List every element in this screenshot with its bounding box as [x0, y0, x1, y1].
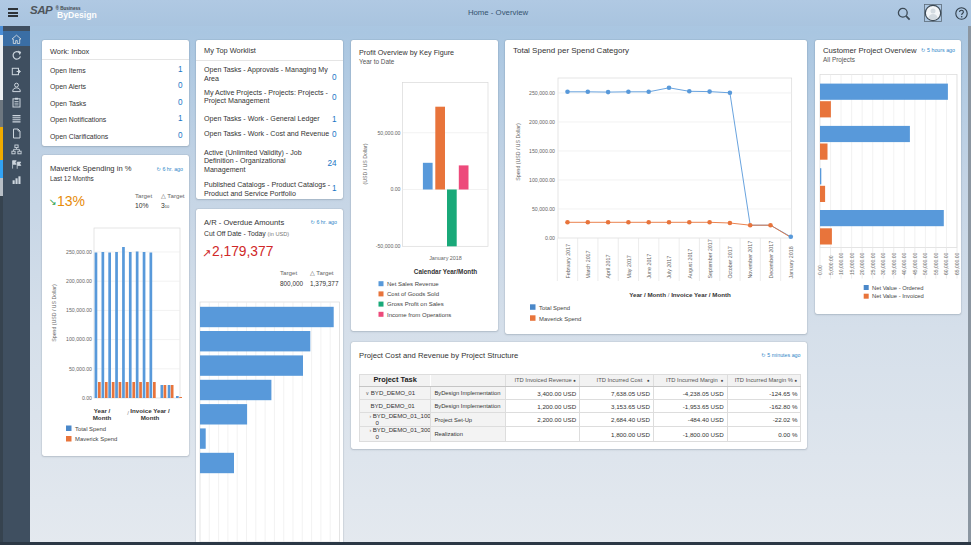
svg-text:Maverick Spend: Maverick Spend — [75, 436, 117, 442]
svg-text:January 2018: January 2018 — [788, 246, 794, 278]
svg-text:-50,000.00: -50,000.00 — [376, 243, 401, 249]
svg-text:30,000.00: 30,000.00 — [880, 253, 886, 275]
svg-text:Month: Month — [93, 414, 112, 421]
svg-text:35,000.00: 35,000.00 — [891, 253, 897, 275]
svg-text:Cost of Goods Sold: Cost of Goods Sold — [387, 291, 439, 297]
svg-text:150,000.00: 150,000.00 — [66, 307, 92, 313]
svg-text:50,000.00: 50,000.00 — [922, 253, 928, 275]
svg-text:50,000.00: 50,000.00 — [532, 206, 555, 212]
svg-text:45,000.00: 45,000.00 — [912, 253, 918, 275]
svg-text:25,000.00: 25,000.00 — [870, 253, 876, 275]
svg-text:Year /: Year / — [94, 407, 111, 414]
svg-text:Maverick Spend: Maverick Spend — [539, 316, 581, 322]
svg-text:January 2018: January 2018 — [429, 255, 462, 261]
svg-text:200,000.00: 200,000.00 — [66, 278, 92, 284]
svg-text:June 2017: June 2017 — [646, 254, 652, 279]
svg-text:Gross Profit on Sales: Gross Profit on Sales — [387, 301, 444, 307]
svg-text:March 2017: March 2017 — [585, 250, 591, 278]
svg-text:50,000.00: 50,000.00 — [377, 130, 400, 136]
svg-text:Spend (USD / US Dollar): Spend (USD / US Dollar) — [51, 284, 57, 342]
svg-text:(USD / US Dollar): (USD / US Dollar) — [362, 143, 368, 184]
svg-text:Year / Month / Invoice Year /: Year / Month / Invoice Year / Month — [629, 291, 731, 298]
svg-text:15,000.00: 15,000.00 — [849, 253, 855, 275]
svg-text:60,000.00: 60,000.00 — [943, 253, 949, 275]
svg-text:December 2017: December 2017 — [768, 241, 774, 279]
svg-text:200,000.00: 200,000.00 — [529, 119, 555, 125]
svg-text:Income from Operations: Income from Operations — [387, 312, 451, 318]
svg-text:Invoice Year /: Invoice Year / — [130, 407, 170, 414]
svg-text:Total Spend: Total Spend — [75, 426, 106, 432]
svg-text:40,000.00: 40,000.00 — [901, 253, 907, 275]
svg-text:250,000.00: 250,000.00 — [529, 90, 555, 96]
svg-text:/: / — [127, 410, 129, 416]
svg-text:Net Sales Revenue: Net Sales Revenue — [387, 281, 439, 287]
svg-text:250,000.00: 250,000.00 — [66, 249, 92, 255]
svg-text:10,000.00: 10,000.00 — [838, 253, 844, 275]
svg-text:150,000.00: 150,000.00 — [529, 148, 555, 154]
svg-text:Month: Month — [141, 414, 160, 421]
svg-text:May 2017: May 2017 — [626, 255, 632, 278]
svg-text:5,000.00: 5,000.00 — [828, 255, 834, 275]
svg-text:0.00: 0.00 — [390, 186, 400, 192]
svg-text:0.00: 0.00 — [545, 235, 555, 241]
svg-text:55,000.00: 55,000.00 — [933, 253, 939, 275]
svg-text:Calendar Year/Month: Calendar Year/Month — [414, 268, 478, 275]
svg-text:100,000.00: 100,000.00 — [529, 177, 555, 183]
svg-text:Total Spend: Total Spend — [539, 305, 570, 311]
svg-text:Net Value - Invoiced: Net Value - Invoiced — [872, 293, 924, 299]
svg-text:0.00: 0.00 — [817, 265, 823, 275]
svg-text:August 2017: August 2017 — [687, 249, 693, 279]
svg-text:100,000.00: 100,000.00 — [66, 336, 92, 342]
svg-text:July 2017: July 2017 — [666, 256, 672, 279]
svg-text:20,000.00: 20,000.00 — [859, 253, 865, 275]
svg-text:February 2017: February 2017 — [565, 244, 571, 279]
svg-text:65,000.00: 65,000.00 — [954, 253, 960, 275]
svg-text:November 2017: November 2017 — [747, 241, 753, 279]
svg-text:October 2017: October 2017 — [727, 246, 733, 278]
svg-text:September 2017: September 2017 — [707, 239, 713, 278]
svg-text:0.00: 0.00 — [82, 395, 92, 401]
svg-text:Spend (USD / US Dollar): Spend (USD / US Dollar) — [515, 123, 521, 181]
svg-text:50,000.00: 50,000.00 — [69, 366, 92, 372]
svg-text:April 2017: April 2017 — [605, 255, 611, 279]
svg-text:Net Value - Ordered: Net Value - Ordered — [872, 285, 923, 291]
